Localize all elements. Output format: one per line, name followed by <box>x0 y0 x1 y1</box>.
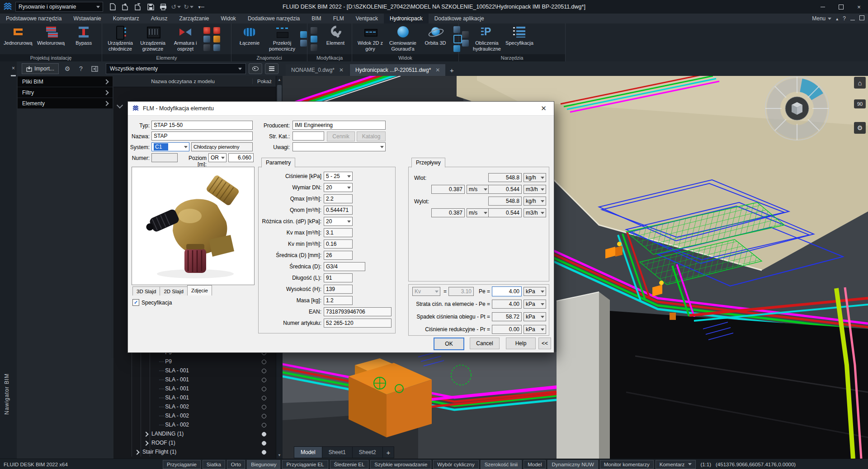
tree-collapse-icon[interactable] <box>117 102 123 108</box>
katalog-button[interactable]: Katalog <box>357 131 386 141</box>
ribbon-mini-icon[interactable] <box>213 36 220 42</box>
tree-show-column-header[interactable]: Pokaż <box>252 79 276 84</box>
wylot-velocity-field[interactable]: 0.387 <box>431 208 465 217</box>
pe-field[interactable]: 4.00 <box>492 286 522 296</box>
cennik-button[interactable]: Cennik <box>327 131 355 141</box>
ribbon-mini-icon[interactable] <box>203 36 210 42</box>
help-icon[interactable]: ? <box>843 15 846 22</box>
wlot-flow-field[interactable]: 548.8 <box>488 173 522 182</box>
wylot-volume-unit-dropdown[interactable]: m3/h <box>524 208 546 217</box>
redukcyjne-field[interactable]: 0.00 <box>492 325 522 334</box>
close-tab-icon[interactable]: ✕ <box>339 67 344 73</box>
ribbon-button[interactable]: Cieniowanie Gouraud'a <box>387 24 419 53</box>
drawing-tab[interactable]: Hydronicpack ...P-220511.dwg* ✕ <box>350 64 445 76</box>
visibility-dot[interactable] <box>262 441 266 446</box>
ribbon-button[interactable]: Przekrój pomocniczy <box>266 24 298 53</box>
accordion-item[interactable]: Elementy <box>18 98 113 108</box>
parameter-field[interactable]: 20 <box>324 183 353 192</box>
checkbox-checked-icon[interactable]: ✓ <box>132 299 139 306</box>
menu-dropdown[interactable]: Menu <box>812 15 831 22</box>
ribbon-tab[interactable]: Wstawianie <box>67 14 107 23</box>
chevron-expand-icon[interactable] <box>143 431 148 436</box>
ribbon-mini-icon[interactable] <box>300 40 307 47</box>
ribbon-tab[interactable]: Ventpack <box>350 14 384 23</box>
layout-tab[interactable]: Model <box>294 447 322 458</box>
ribbon-mini-icon[interactable] <box>203 44 210 51</box>
visibility-dot[interactable] <box>262 396 266 400</box>
system-dropdown[interactable]: C1 <box>151 142 189 151</box>
ribbon-button[interactable]: Obliczenia hydrauliczne <box>471 24 503 53</box>
tree-item[interactable]: SLA - 002 <box>113 411 276 420</box>
tree-item[interactable]: SLA - 002 <box>113 402 276 411</box>
parameter-field[interactable]: 5 - 25 <box>324 172 353 181</box>
spadek-field[interactable]: 58.72 <box>492 312 522 321</box>
open-file-icon[interactable] <box>121 3 129 11</box>
status-toggle-button[interactable]: Śledzenie EL <box>330 460 369 469</box>
slide-tab[interactable]: 2D Slajd <box>160 286 187 295</box>
ribbon-tab[interactable]: FLM <box>327 14 350 23</box>
ribbon-button[interactable]: Orbita 3D <box>419 24 452 53</box>
visibility-dot[interactable] <box>262 450 266 455</box>
specyfikacja-checkbox-row[interactable]: ✓ Specyfikacja <box>132 299 172 306</box>
scroll-up-icon[interactable]: ▲ <box>276 76 283 83</box>
ok-button[interactable]: OK <box>434 338 464 350</box>
wylot-velocity-unit-dropdown[interactable]: m/s <box>467 208 489 217</box>
save-icon[interactable] <box>146 3 155 11</box>
kv-dropdown[interactable]: Kv <box>412 287 440 296</box>
status-toggle-button[interactable]: Dynamiczny NUW <box>547 460 598 469</box>
parameter-field[interactable]: 26 <box>324 251 353 260</box>
print-icon[interactable] <box>159 3 167 11</box>
dialog-close-icon[interactable]: ✕ <box>533 102 554 115</box>
panel-minimize-icon[interactable] <box>850 15 855 22</box>
scroll-down-icon[interactable]: ▼ <box>276 451 283 459</box>
ribbon-button[interactable]: Jednorurową <box>2 24 34 53</box>
ribbon-mini-icon[interactable] <box>462 31 469 38</box>
ribbon-button[interactable]: Urządzenia chłodnicze <box>104 24 137 53</box>
visibility-dot[interactable] <box>262 378 266 382</box>
status-toggle-button[interactable]: Szerokość linii <box>481 460 522 469</box>
parameter-field[interactable]: 139 <box>324 285 353 294</box>
uwagi-dropdown[interactable] <box>292 142 386 151</box>
slide-tab[interactable]: Zdjęcie <box>187 285 212 295</box>
ribbon-mini-icon[interactable] <box>213 27 220 34</box>
strkat-field[interactable] <box>292 131 324 141</box>
viewport-settings-gear-icon[interactable]: ⚙ <box>854 122 866 134</box>
layout-tab[interactable]: Sheet2 <box>353 447 383 458</box>
wlot-volume-field[interactable]: 0.544 <box>488 185 522 194</box>
strata-unit-dropdown[interactable]: kPa <box>524 300 546 309</box>
help-panel-icon[interactable]: ? <box>76 64 86 74</box>
przeplywy-tab[interactable]: Przepływy <box>411 158 445 168</box>
ribbon-button[interactable]: Bypass <box>67 24 100 53</box>
tree-item[interactable]: SLA - 001 <box>113 375 276 384</box>
gear-icon[interactable]: ⚙ <box>62 64 72 74</box>
ribbon-mini-icon[interactable] <box>213 44 220 51</box>
tree-item[interactable]: SLA - 001 <box>113 384 276 393</box>
redo-icon[interactable]: ↻ <box>184 3 193 11</box>
ribbon-tab[interactable]: Arkusz <box>145 14 174 23</box>
ribbon-tab[interactable]: Podstawowe narzędzia <box>0 14 67 23</box>
ribbon-button[interactable]: Urządzenia grzewcze <box>137 24 169 53</box>
help-button[interactable]: Help <box>506 338 536 349</box>
collapse-dialog-button[interactable]: << <box>538 338 551 349</box>
element-filter-dropdown[interactable]: Wszystkie elementy <box>106 63 246 74</box>
status-toggle-button[interactable]: Model <box>524 460 546 469</box>
ribbon-tab[interactable]: Dodatkowe aplikacje <box>429 14 490 23</box>
poziom-value-field[interactable]: 6.060 <box>228 153 254 162</box>
accordion-item[interactable]: Filtry <box>18 87 113 98</box>
maximize-button[interactable] <box>832 0 850 14</box>
tree-item[interactable]: ROOF (1) <box>113 438 276 447</box>
minimize-button[interactable] <box>814 0 832 14</box>
tree-item[interactable]: Stair Flight (1) <box>113 447 276 456</box>
view-angle-value[interactable]: 90 <box>854 99 866 108</box>
kv-value-field[interactable]: 3.10 <box>448 287 474 296</box>
list-options-button[interactable] <box>265 63 278 74</box>
tree-item[interactable]: LANDING (1) <box>113 429 276 438</box>
parameter-field[interactable]: 3.1 <box>324 228 353 237</box>
wlot-velocity-field[interactable]: 0.387 <box>431 185 465 194</box>
pe-unit-dropdown[interactable]: kPa <box>524 287 546 296</box>
parameter-field[interactable]: 52 265-120 <box>324 319 392 328</box>
visibility-dot[interactable] <box>262 423 266 427</box>
dialog-title-bar[interactable]: FLM - Modyfikacja elementu <box>128 102 554 116</box>
ribbon-mini-icon[interactable] <box>300 31 307 38</box>
tree-item[interactable]: SLA - 002 <box>113 420 276 429</box>
